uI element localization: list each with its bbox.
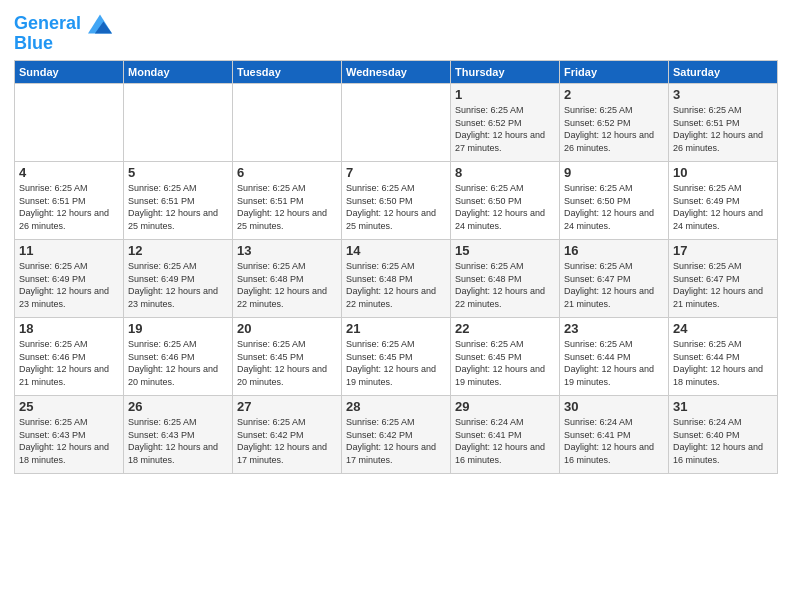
calendar-cell: 11Sunrise: 6:25 AM Sunset: 6:49 PM Dayli… <box>15 240 124 318</box>
weekday-header-sunday: Sunday <box>15 61 124 84</box>
day-number: 17 <box>673 243 773 258</box>
day-number: 20 <box>237 321 337 336</box>
day-info: Sunrise: 6:25 AM Sunset: 6:51 PM Dayligh… <box>19 182 119 232</box>
day-info: Sunrise: 6:25 AM Sunset: 6:47 PM Dayligh… <box>673 260 773 310</box>
day-info: Sunrise: 6:25 AM Sunset: 6:49 PM Dayligh… <box>128 260 228 310</box>
calendar-cell: 3Sunrise: 6:25 AM Sunset: 6:51 PM Daylig… <box>669 84 778 162</box>
day-info: Sunrise: 6:25 AM Sunset: 6:42 PM Dayligh… <box>237 416 337 466</box>
day-number: 8 <box>455 165 555 180</box>
calendar-cell: 15Sunrise: 6:25 AM Sunset: 6:48 PM Dayli… <box>451 240 560 318</box>
day-info: Sunrise: 6:25 AM Sunset: 6:51 PM Dayligh… <box>673 104 773 154</box>
calendar-cell: 17Sunrise: 6:25 AM Sunset: 6:47 PM Dayli… <box>669 240 778 318</box>
calendar-cell: 9Sunrise: 6:25 AM Sunset: 6:50 PM Daylig… <box>560 162 669 240</box>
day-number: 12 <box>128 243 228 258</box>
day-info: Sunrise: 6:25 AM Sunset: 6:45 PM Dayligh… <box>455 338 555 388</box>
day-info: Sunrise: 6:25 AM Sunset: 6:44 PM Dayligh… <box>564 338 664 388</box>
day-number: 5 <box>128 165 228 180</box>
weekday-header-monday: Monday <box>124 61 233 84</box>
day-number: 2 <box>564 87 664 102</box>
header: General Blue <box>14 10 778 54</box>
day-info: Sunrise: 6:25 AM Sunset: 6:43 PM Dayligh… <box>128 416 228 466</box>
calendar-cell: 14Sunrise: 6:25 AM Sunset: 6:48 PM Dayli… <box>342 240 451 318</box>
day-info: Sunrise: 6:25 AM Sunset: 6:51 PM Dayligh… <box>128 182 228 232</box>
day-number: 15 <box>455 243 555 258</box>
day-info: Sunrise: 6:24 AM Sunset: 6:40 PM Dayligh… <box>673 416 773 466</box>
calendar-cell <box>124 84 233 162</box>
calendar-cell: 23Sunrise: 6:25 AM Sunset: 6:44 PM Dayli… <box>560 318 669 396</box>
calendar-cell <box>233 84 342 162</box>
calendar-cell: 1Sunrise: 6:25 AM Sunset: 6:52 PM Daylig… <box>451 84 560 162</box>
day-info: Sunrise: 6:25 AM Sunset: 6:48 PM Dayligh… <box>455 260 555 310</box>
day-info: Sunrise: 6:25 AM Sunset: 6:46 PM Dayligh… <box>19 338 119 388</box>
day-number: 28 <box>346 399 446 414</box>
day-number: 3 <box>673 87 773 102</box>
calendar-cell: 16Sunrise: 6:25 AM Sunset: 6:47 PM Dayli… <box>560 240 669 318</box>
day-info: Sunrise: 6:25 AM Sunset: 6:44 PM Dayligh… <box>673 338 773 388</box>
day-number: 22 <box>455 321 555 336</box>
calendar-cell: 13Sunrise: 6:25 AM Sunset: 6:48 PM Dayli… <box>233 240 342 318</box>
logo-text: General <box>14 14 112 34</box>
calendar-week-1: 1Sunrise: 6:25 AM Sunset: 6:52 PM Daylig… <box>15 84 778 162</box>
day-number: 10 <box>673 165 773 180</box>
weekday-header-friday: Friday <box>560 61 669 84</box>
day-info: Sunrise: 6:25 AM Sunset: 6:45 PM Dayligh… <box>346 338 446 388</box>
day-info: Sunrise: 6:25 AM Sunset: 6:42 PM Dayligh… <box>346 416 446 466</box>
day-number: 18 <box>19 321 119 336</box>
day-number: 9 <box>564 165 664 180</box>
day-info: Sunrise: 6:25 AM Sunset: 6:45 PM Dayligh… <box>237 338 337 388</box>
day-number: 31 <box>673 399 773 414</box>
day-info: Sunrise: 6:25 AM Sunset: 6:47 PM Dayligh… <box>564 260 664 310</box>
day-number: 23 <box>564 321 664 336</box>
day-info: Sunrise: 6:24 AM Sunset: 6:41 PM Dayligh… <box>455 416 555 466</box>
calendar-cell: 7Sunrise: 6:25 AM Sunset: 6:50 PM Daylig… <box>342 162 451 240</box>
day-info: Sunrise: 6:25 AM Sunset: 6:50 PM Dayligh… <box>346 182 446 232</box>
calendar-table: SundayMondayTuesdayWednesdayThursdayFrid… <box>14 60 778 474</box>
day-number: 13 <box>237 243 337 258</box>
calendar-cell: 31Sunrise: 6:24 AM Sunset: 6:40 PM Dayli… <box>669 396 778 474</box>
day-number: 1 <box>455 87 555 102</box>
day-info: Sunrise: 6:25 AM Sunset: 6:50 PM Dayligh… <box>564 182 664 232</box>
day-number: 27 <box>237 399 337 414</box>
day-number: 21 <box>346 321 446 336</box>
calendar-week-4: 18Sunrise: 6:25 AM Sunset: 6:46 PM Dayli… <box>15 318 778 396</box>
page-container: General Blue SundayMondayTuesdayWednesda… <box>0 0 792 482</box>
calendar-cell: 4Sunrise: 6:25 AM Sunset: 6:51 PM Daylig… <box>15 162 124 240</box>
day-number: 30 <box>564 399 664 414</box>
day-info: Sunrise: 6:25 AM Sunset: 6:50 PM Dayligh… <box>455 182 555 232</box>
day-number: 25 <box>19 399 119 414</box>
logo-icon <box>88 14 112 34</box>
day-number: 4 <box>19 165 119 180</box>
day-info: Sunrise: 6:25 AM Sunset: 6:48 PM Dayligh… <box>237 260 337 310</box>
calendar-cell: 24Sunrise: 6:25 AM Sunset: 6:44 PM Dayli… <box>669 318 778 396</box>
calendar-cell: 30Sunrise: 6:24 AM Sunset: 6:41 PM Dayli… <box>560 396 669 474</box>
calendar-cell: 2Sunrise: 6:25 AM Sunset: 6:52 PM Daylig… <box>560 84 669 162</box>
weekday-header-saturday: Saturday <box>669 61 778 84</box>
logo-blue-text: Blue <box>14 34 112 54</box>
calendar-cell: 29Sunrise: 6:24 AM Sunset: 6:41 PM Dayli… <box>451 396 560 474</box>
calendar-cell: 26Sunrise: 6:25 AM Sunset: 6:43 PM Dayli… <box>124 396 233 474</box>
weekday-header-wednesday: Wednesday <box>342 61 451 84</box>
calendar-cell <box>15 84 124 162</box>
day-info: Sunrise: 6:25 AM Sunset: 6:43 PM Dayligh… <box>19 416 119 466</box>
weekday-header-thursday: Thursday <box>451 61 560 84</box>
day-number: 24 <box>673 321 773 336</box>
day-number: 16 <box>564 243 664 258</box>
calendar-cell: 28Sunrise: 6:25 AM Sunset: 6:42 PM Dayli… <box>342 396 451 474</box>
day-info: Sunrise: 6:25 AM Sunset: 6:46 PM Dayligh… <box>128 338 228 388</box>
calendar-cell: 19Sunrise: 6:25 AM Sunset: 6:46 PM Dayli… <box>124 318 233 396</box>
calendar-cell: 25Sunrise: 6:25 AM Sunset: 6:43 PM Dayli… <box>15 396 124 474</box>
day-number: 7 <box>346 165 446 180</box>
day-info: Sunrise: 6:25 AM Sunset: 6:48 PM Dayligh… <box>346 260 446 310</box>
day-info: Sunrise: 6:25 AM Sunset: 6:51 PM Dayligh… <box>237 182 337 232</box>
calendar-cell <box>342 84 451 162</box>
day-info: Sunrise: 6:25 AM Sunset: 6:49 PM Dayligh… <box>673 182 773 232</box>
day-info: Sunrise: 6:25 AM Sunset: 6:49 PM Dayligh… <box>19 260 119 310</box>
calendar-cell: 12Sunrise: 6:25 AM Sunset: 6:49 PM Dayli… <box>124 240 233 318</box>
day-number: 6 <box>237 165 337 180</box>
day-info: Sunrise: 6:25 AM Sunset: 6:52 PM Dayligh… <box>564 104 664 154</box>
calendar-cell: 18Sunrise: 6:25 AM Sunset: 6:46 PM Dayli… <box>15 318 124 396</box>
day-info: Sunrise: 6:24 AM Sunset: 6:41 PM Dayligh… <box>564 416 664 466</box>
day-number: 29 <box>455 399 555 414</box>
day-number: 26 <box>128 399 228 414</box>
logo: General Blue <box>14 14 112 54</box>
